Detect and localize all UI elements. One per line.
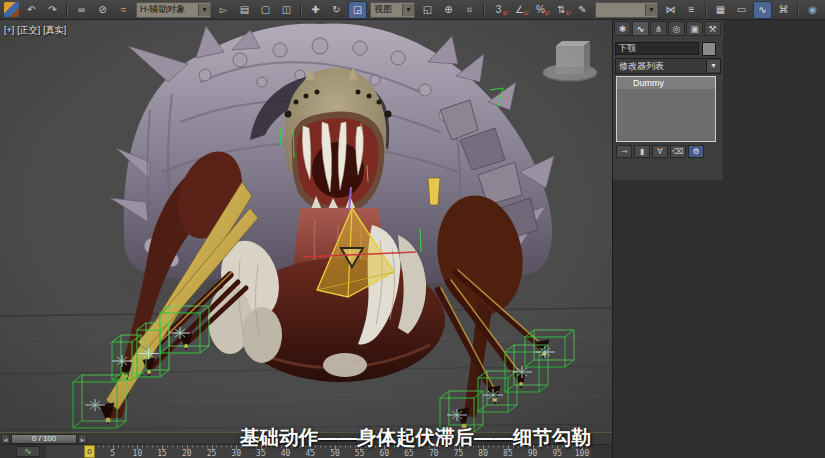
tab-motion[interactable]: ◎ [668, 21, 685, 36]
spinner-snap-toggle[interactable]: ⇅∪ [552, 1, 571, 19]
viewport-general-menu[interactable]: [+] [4, 25, 14, 35]
ruler-tick [197, 445, 198, 448]
modifier-list-label: 修改器列表 [616, 60, 706, 73]
select-by-name-button[interactable]: ▤ [235, 1, 254, 19]
magnet-icon: ∪ [523, 5, 528, 20]
reference-coordinate-dropdown[interactable]: 视图▼ [370, 2, 415, 18]
object-color-swatch[interactable] [702, 42, 716, 56]
tab-utilities[interactable]: ⚒ [704, 21, 721, 36]
chevron-down-icon[interactable]: ▼ [402, 4, 414, 16]
select-and-rotate-button[interactable]: ↻ [327, 1, 346, 19]
toolbar-separator [797, 3, 799, 17]
material-editor-button[interactable]: ◉ [803, 1, 822, 19]
ruler-tick [177, 445, 178, 448]
magnet-icon: ∪ [502, 5, 507, 20]
remove-modifier-button[interactable]: ⌫ [670, 145, 686, 158]
subtitle-overlay: 基础动作——身体起伏滞后——细节勾勒 [240, 424, 591, 451]
time-slider-handle[interactable]: 0 / 100 [11, 434, 77, 444]
ruler-tick [132, 445, 133, 448]
mini-curve-editor-button[interactable]: ∿ [16, 446, 40, 457]
graphite-ribbon-toggle[interactable]: ▭ [732, 1, 751, 19]
ruler-tick [128, 445, 129, 448]
app-logo-icon [4, 2, 19, 17]
ruler-tick [182, 445, 183, 448]
schematic-view-button[interactable]: ⌘ [774, 1, 793, 19]
viewport-pov-menu[interactable]: [正交] [17, 25, 40, 35]
previous-frame-button[interactable]: ◄ [1, 434, 10, 444]
toolbar-separator [483, 3, 485, 17]
ruler-tick [142, 445, 143, 448]
layer-manager-button[interactable]: ▦ [711, 1, 730, 19]
ruler-tick [167, 445, 168, 448]
modifier-list-dropdown[interactable]: 修改器列表 ▼ [615, 58, 721, 74]
chevron-down-icon[interactable]: ▼ [645, 4, 657, 16]
ruler-tick-label: 10 [133, 449, 143, 458]
ruler-tick [192, 445, 193, 448]
select-and-scale-button[interactable]: ◲ [348, 1, 367, 19]
curve-editor-button[interactable]: ∿ [753, 1, 772, 19]
keyboard-override-toggle[interactable]: ⌗ [460, 1, 479, 19]
command-panel-column: ✱∿⋔◎▣⚒ 修改器列表 ▼ Dummy ⊸▮∀⌫⚙ [613, 20, 723, 180]
ruler-tick [207, 445, 208, 448]
current-frame-marker[interactable]: 0 [84, 445, 95, 458]
rectangular-selection-region-button[interactable]: ▢ [256, 1, 275, 19]
ruler-tick-label: 25 [207, 449, 217, 458]
align-button[interactable]: ≡ [682, 1, 701, 19]
ruler-tick [172, 445, 173, 448]
tab-hierarchy[interactable]: ⋔ [650, 21, 667, 36]
object-name-field[interactable] [615, 42, 699, 55]
selection-filter-dropdown[interactable]: H-辅助对象▼ [136, 2, 211, 18]
ruler-tick [103, 445, 104, 448]
select-and-link-button[interactable]: ∞ [72, 1, 91, 19]
mirror-button[interactable]: ⋈ [661, 1, 680, 19]
toolbar-separator [300, 3, 302, 17]
edit-named-selection-sets-button[interactable]: ✎ [573, 1, 592, 19]
ruler-tick [118, 445, 119, 448]
ruler-tick [98, 445, 99, 448]
select-and-move-button[interactable]: ✚ [306, 1, 325, 19]
viewport-canvas[interactable] [0, 20, 612, 432]
ruler-tick [123, 445, 124, 448]
ruler-tick-label: 20 [182, 449, 192, 458]
reference-coordinate-dropdown-value: 视图 [374, 3, 399, 16]
redo-button[interactable]: ↷ [43, 1, 62, 19]
magnet-icon: ∪ [565, 5, 570, 20]
window-crossing-toggle[interactable]: ◫ [277, 1, 296, 19]
select-and-manipulate-button[interactable]: ⊕ [439, 1, 458, 19]
named-selection-sets-dropdown[interactable]: ▼ [595, 2, 658, 18]
ruler-tick-label: 5 [110, 449, 115, 458]
snap-toggle-3d[interactable]: 3∪ [489, 1, 508, 19]
select-object-button[interactable]: ▻ [214, 1, 233, 19]
chevron-down-icon[interactable]: ▼ [198, 4, 210, 16]
tab-modify[interactable]: ∿ [632, 21, 649, 36]
tab-display[interactable]: ▣ [686, 21, 703, 36]
viewport-shading-menu[interactable]: [真实] [43, 25, 66, 35]
ruler-tick [152, 445, 153, 448]
percent-snap-toggle[interactable]: %∪ [531, 1, 550, 19]
3ds-max-window: ↶↷∞⊘≈H-辅助对象▼▻▤▢◫✚↻◲视图▼◱⊕⌗3∪∠∪%∪⇅∪✎▼⋈≡▦▭∿… [0, 0, 825, 458]
chevron-down-icon[interactable]: ▼ [706, 60, 720, 72]
viewport-label: [+][正交][真实] [4, 24, 69, 37]
undo-button[interactable]: ↶ [22, 1, 41, 19]
toolbar-separator [66, 3, 68, 17]
modifier-stack-item[interactable]: Dummy [617, 77, 715, 89]
toolbar-separator [705, 3, 707, 17]
angle-snap-toggle[interactable]: ∠∪ [510, 1, 529, 19]
ruler-tick [147, 445, 148, 448]
bind-to-space-warp-button[interactable]: ≈ [114, 1, 133, 19]
viewport[interactable]: [+][正交][真实] [0, 20, 612, 432]
use-pivot-point-button[interactable]: ◱ [418, 1, 437, 19]
ruler-tick [221, 445, 222, 448]
pin-stack-button[interactable]: ⊸ [616, 145, 632, 158]
command-panel: ✱∿⋔◎▣⚒ 修改器列表 ▼ Dummy ⊸▮∀⌫⚙ [612, 20, 825, 458]
ruler-tick [216, 445, 217, 448]
modifier-stack-list[interactable]: Dummy [616, 76, 716, 142]
ruler-tick [231, 445, 232, 448]
configure-modifier-sets-button[interactable]: ⚙ [688, 145, 704, 158]
next-frame-button[interactable]: ► [78, 434, 87, 444]
command-panel-tabs: ✱∿⋔◎▣⚒ [613, 20, 723, 38]
unlink-selection-button[interactable]: ⊘ [93, 1, 112, 19]
make-unique-button[interactable]: ∀ [652, 145, 668, 158]
tab-create[interactable]: ✱ [614, 21, 631, 36]
show-end-result-toggle[interactable]: ▮ [634, 145, 650, 158]
